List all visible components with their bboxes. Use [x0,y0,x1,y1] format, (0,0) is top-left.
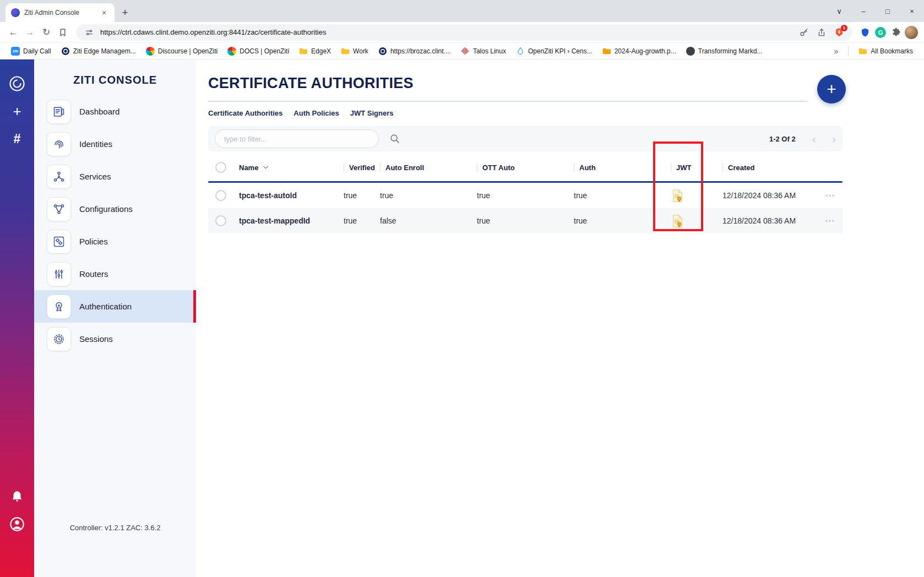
browser-tab[interactable]: Ziti Admin Console × [6,3,115,22]
ziti-logo-icon[interactable] [7,74,27,94]
clock-icon [47,327,71,351]
jwt-certificate-icon[interactable] [665,183,717,208]
extensions-puzzle-icon[interactable] [889,25,903,40]
sidebar-item-dashboard[interactable]: Dashboard [34,95,196,128]
ziti-admin-console-app: + # ZITI CONSOLE Dashboard [0,59,924,577]
auth-cell: true [568,183,665,208]
sort-chevron-icon[interactable] [263,165,269,170]
sidebar-item-routers[interactable]: Routers [34,258,196,290]
minimize-button[interactable]: – [851,0,876,22]
bookmark-openziti-kpi[interactable]: OpenZiti KPI › Cens... [512,45,597,57]
notifications-bell-icon[interactable] [7,487,27,507]
grammarly-icon[interactable]: G [873,25,888,40]
screen: Ziti Admin Console × + ∨ – □ × ← → ↻ htt… [0,0,924,577]
tab-search-chevron-icon[interactable]: ∨ [827,0,851,22]
column-header-name[interactable]: Name [233,154,338,181]
sidebar-item-sessions[interactable]: Sessions [34,323,196,355]
row-checkbox[interactable] [208,208,233,233]
share-icon[interactable] [815,26,828,39]
discourse-icon [227,47,236,56]
column-header-created[interactable]: Created [717,154,819,181]
folder-icon [602,47,611,56]
bookmark-folder-work[interactable]: Work [336,45,373,57]
fingerprint-icon [47,132,71,156]
rail-hash-icon[interactable]: # [7,129,27,149]
sidebar-item-configurations[interactable]: Configurations [34,193,196,225]
close-window-button[interactable]: × [900,0,924,22]
browser-tab-strip: Ziti Admin Console × + ∨ – □ × [0,0,924,22]
reload-button[interactable]: ↻ [39,25,54,40]
pagination-prev-icon[interactable]: ‹ [812,133,816,144]
search-icon[interactable] [389,133,401,145]
page-title: CERTIFICATE AUTHORITIES [208,75,807,102]
bookmark-folder-growth[interactable]: 2024-Aug-growth.p... [598,45,681,57]
created-cell: 12/18/2024 08:36 AM [717,208,819,233]
bookmark-docs[interactable]: DOCS | OpenZiti [223,45,293,57]
select-all-checkbox[interactable] [208,154,233,181]
bookmark-ziti-edge[interactable]: Ziti Edge Managem... [57,45,140,57]
address-bar[interactable]: https://ctrl.cdaws.clint.demo.openziti.o… [76,24,852,41]
sidebar-item-services[interactable]: Services [34,160,196,193]
pagination-next-icon[interactable]: › [832,133,836,144]
auto-enroll-cell: false [374,208,471,233]
folder-icon [341,47,350,56]
column-header-auth[interactable]: Auth [568,154,665,181]
bookmark-brozac[interactable]: https://brozac.clint.... [374,45,455,57]
bookmark-discourse[interactable]: Discourse | OpenZiti [142,45,222,57]
ott-auto-cell: true [471,208,568,233]
brave-shield-icon[interactable]: 1 [833,26,846,39]
column-header-auto-enroll[interactable]: Auto Enroll [374,154,471,181]
bookmark-daily-call[interactable]: zm Daily Call [7,45,56,57]
table-row[interactable]: tpca-test-mappedId true false true true … [208,208,843,233]
ca-name-cell[interactable]: tpca-test-autoId [233,183,338,208]
maximize-button[interactable]: □ [876,0,900,22]
back-button[interactable]: ← [6,25,21,40]
sidebar-item-policies[interactable]: Policies [34,225,196,258]
folder-icon [299,47,308,56]
bookmark-transforming[interactable]: Transforming Markd... [682,45,767,57]
rail-add-icon[interactable]: + [7,101,27,121]
bookmark-talos[interactable]: Talos Linux [456,45,510,57]
forward-button[interactable]: → [22,25,37,40]
sidebar: ZITI CONSOLE Dashboard Identities [34,59,196,577]
tab-title: Ziti Admin Console [24,9,95,17]
all-bookmarks-button[interactable]: All Bookmarks [854,45,917,57]
droplet-icon [516,47,525,56]
sidebar-item-authentication[interactable]: Authentication [34,290,196,323]
profile-avatar[interactable] [904,25,918,40]
passwords-key-icon[interactable] [797,26,811,39]
tab-certificate-authorities[interactable]: Certificate Authorities [208,109,282,117]
bookmark-icon[interactable] [55,25,70,40]
tab-auth-policies[interactable]: Auth Policies [293,109,339,117]
row-checkbox[interactable] [208,183,233,208]
browser-toolbar: ← → ↻ https://ctrl.cdaws.clint.demo.open… [0,22,924,43]
bookmarks-overflow-chevron[interactable]: » [830,47,843,56]
row-actions-button[interactable]: ⋯ [819,208,843,233]
column-header-jwt[interactable]: JWT [665,154,717,181]
bookmarks-bar: zm Daily Call Ziti Edge Managem... Disco… [0,43,924,59]
table-header-row: Name Verified Auto Enroll OTT Auto Auth … [208,154,843,181]
sidebar-item-identities[interactable]: Identities [34,128,196,160]
site-icon [686,47,695,56]
column-header-verified[interactable]: Verified [338,154,374,181]
sidebar-menu: Dashboard Identities Services [34,95,196,355]
shield-badge: 1 [841,25,847,31]
verified-cell: true [338,208,374,233]
tab-jwt-signers[interactable]: JWT Signers [350,109,394,117]
column-header-ott-auto[interactable]: OTT Auto [471,154,568,181]
add-certificate-authority-button[interactable]: + [817,75,846,104]
table-row[interactable]: tpca-test-autoId true true true true 12/… [208,183,843,208]
profile-icon[interactable] [7,514,27,534]
circuit-icon [47,262,71,286]
new-tab-button[interactable]: + [117,4,133,21]
tab-close-icon[interactable]: × [99,8,109,18]
bookmark-folder-edgex[interactable]: EdgeX [295,45,335,57]
url-text[interactable]: https://ctrl.cdaws.clint.demo.openziti.o… [100,28,793,36]
site-settings-icon[interactable] [83,26,96,39]
password-manager-shield-icon[interactable] [858,25,872,40]
jwt-certificate-icon[interactable] [665,208,717,233]
pagination-label: 1-2 Of 2 [769,135,796,143]
ca-name-cell[interactable]: tpca-test-mappedId [233,208,338,233]
filter-input[interactable] [215,129,379,148]
row-actions-button[interactable]: ⋯ [819,183,843,208]
